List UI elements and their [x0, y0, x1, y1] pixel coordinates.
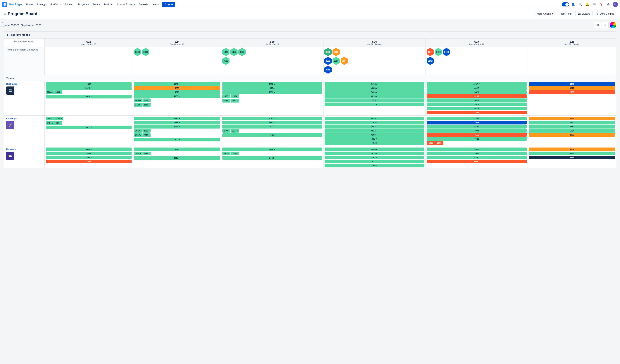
card-3421b[interactable]: 3421 [427, 117, 527, 121]
card-3420[interactable]: 3420 [427, 137, 527, 141]
card-4274[interactable]: 4274 [222, 86, 322, 90]
nav-strategy[interactable]: Strategy ▾ [35, 2, 48, 6]
favorite-icon[interactable]: ☆ [4, 12, 6, 15]
card-3419b[interactable]: 3419 ✓ [325, 117, 424, 121]
settings-icon[interactable]: ⚙ [606, 2, 611, 7]
card-2650[interactable]: 2650 ‹ [134, 98, 142, 102]
card-3429[interactable]: 3429 ✓ [427, 156, 527, 159]
color-wheel-button[interactable] [610, 22, 616, 28]
card-4208b[interactable]: 4208 ✓ [325, 133, 424, 137]
card-4379[interactable]: 4379 ✓ [134, 117, 220, 121]
nav-product[interactable]: Product ▾ [102, 2, 115, 6]
objective-3603[interactable]: 3603 [333, 57, 340, 65]
objective-3594[interactable]: 3594 [134, 48, 141, 56]
card-2729[interactable]: 2729 ‹ [134, 103, 142, 106]
card-2481[interactable]: 2481 ‹ [54, 90, 62, 94]
card-2677[interactable]: 2677 ‹ [222, 129, 231, 133]
card-2737[interactable]: 2737 ‹ [231, 129, 239, 133]
card-5387[interactable]: 5387 ✓ [134, 82, 220, 86]
card-4056b[interactable]: 4056 ✓ [325, 148, 424, 151]
card-4013[interactable]: 4013 ✓ [325, 94, 424, 98]
card-2882[interactable]: 2882 › [231, 99, 239, 103]
card-832[interactable]: 832 ✓ [325, 137, 424, 141]
card-3973c[interactable]: 3973 ✓ [325, 152, 424, 155]
nav-team[interactable]: Team ▾ [91, 2, 101, 6]
cowboys-team-name[interactable]: Cowboys [6, 117, 42, 120]
card-3973b[interactable]: 3973 [427, 129, 527, 133]
card-5433[interactable]: 5433 ✓ [325, 90, 424, 94]
card-2758[interactable]: 2758 ‹ [427, 160, 527, 163]
card-3890[interactable]: 3890 ✓ [46, 156, 132, 159]
card-3422[interactable]: 3422 [529, 82, 615, 86]
objective-3498[interactable]: 3498 [443, 48, 450, 56]
card-5426[interactable]: 5426 [427, 98, 527, 102]
card-2816[interactable]: 2816 ✓ [134, 156, 220, 160]
create-button[interactable]: Create [162, 2, 175, 7]
card-4098[interactable]: 4098 ✓ [222, 82, 322, 86]
card-4056[interactable]: 4056 [325, 141, 424, 145]
card-1229[interactable]: 1229 [325, 103, 424, 106]
card-3978[interactable]: 3978 ✓ [134, 121, 220, 124]
card-3317[interactable]: 3317 [529, 86, 615, 90]
card-1554[interactable]: 1554 [529, 129, 615, 133]
objective-3602[interactable]: 3602 [324, 57, 332, 65]
card-5431[interactable]: 5431 [529, 152, 615, 155]
card-3417[interactable]: 3417 [529, 125, 615, 129]
card-1983[interactable]: 1983 ✓ [325, 125, 424, 129]
card-3489[interactable]: 3489 [529, 148, 615, 151]
nav-starred[interactable]: Starred ▾ [137, 2, 150, 6]
card-2818b[interactable]: 2818 ‹ [142, 133, 151, 137]
card-5426b[interactable]: 5426 [427, 125, 527, 129]
nav-items[interactable]: Items ▾ [150, 2, 161, 6]
objective-3604[interactable]: 3604 [341, 57, 348, 65]
baltimore-team-name[interactable]: Baltimore [6, 83, 42, 85]
card-2768[interactable]: 2768 ‹ [222, 156, 322, 160]
card-2509[interactable]: 2509 [46, 117, 54, 121]
card-2724[interactable]: 2724 ‹ [46, 90, 54, 94]
objective-3801[interactable]: 3801 [142, 48, 149, 56]
card-2899[interactable]: 2899 [529, 133, 615, 137]
card-4023[interactable]: 4023 ✓ [325, 129, 424, 133]
card-2595[interactable]: 2595 ‹ [142, 152, 151, 155]
card-2885[interactable]: 2885 [435, 141, 443, 145]
grid-view-button[interactable]: ⊞ [594, 22, 601, 28]
card-3965[interactable]: 3965 [427, 121, 527, 124]
search-icon[interactable]: 🔍 [578, 2, 583, 7]
nav-program[interactable]: Program ▾ [77, 2, 91, 6]
help-icon[interactable]: ❓ [599, 2, 604, 7]
objective-3618[interactable]: 3618 [324, 66, 332, 74]
card-4177[interactable]: 4177 [325, 160, 424, 163]
objective-3600[interactable]: 3600 [333, 48, 340, 56]
card-2727[interactable]: 2727 ✓ [54, 117, 63, 121]
avatar[interactable]: U [613, 2, 618, 7]
nav-custom-rooms[interactable]: Custom Rooms ▾ [116, 2, 137, 6]
card-2938[interactable]: 2938 [529, 90, 615, 94]
card-4187[interactable]: 4187 ✓ [134, 125, 220, 129]
sidebar-toggle[interactable]: › [0, 18, 5, 27]
card-1231[interactable]: 1231 › [222, 133, 322, 137]
card-4302[interactable]: 4302 ✓ [325, 156, 424, 159]
objective-1327[interactable]: 1327 [222, 48, 230, 56]
objective-1457[interactable]: 1457 [230, 48, 238, 56]
card-2735[interactable]: 2735 [231, 152, 239, 155]
card-378[interactable]: 378 [222, 94, 231, 98]
card-4273[interactable]: 4273 [134, 90, 220, 94]
card-3431[interactable]: 3431 [46, 152, 132, 155]
card-5478[interactable]: 5478 [427, 106, 527, 110]
card-4053[interactable]: 4053 ✓ [222, 90, 322, 94]
card-2626[interactable]: 2626 ✓ [46, 86, 132, 90]
card-2694[interactable]: 2694 ‹ [142, 98, 151, 102]
card-3960[interactable]: 3960 ✓ [222, 148, 322, 151]
objective-3502[interactable]: 3502 [427, 57, 434, 65]
card-2508[interactable]: 2508 ‹ [46, 95, 132, 98]
card-3415[interactable]: 3415 ✓ [325, 82, 424, 86]
card-3421[interactable]: 3421 [427, 90, 527, 94]
card-2734[interactable]: 2734 ‹ [222, 99, 231, 103]
card-2551[interactable]: 2551 ‹ [134, 152, 142, 155]
objective-3599[interactable]: 3599 [324, 48, 332, 56]
objective-3597[interactable]: 3597 [238, 48, 246, 56]
card-1080[interactable]: 1080 [427, 141, 435, 145]
card-4353[interactable]: 4353 ✓ [222, 121, 322, 124]
card-5388[interactable]: 5388 ✓ [134, 94, 220, 98]
card-4207[interactable]: 4207 ✓ [427, 82, 527, 86]
